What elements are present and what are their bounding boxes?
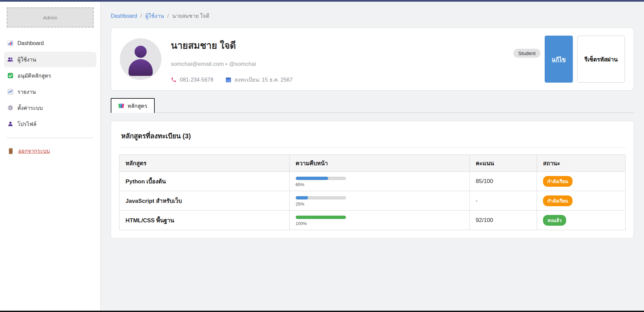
course-name-cell: HTML/CSS พื้นฐาน — [119, 211, 290, 230]
column-status: สถานะ — [537, 155, 626, 172]
profile-contacts: 081-234-5678 ลงทะเบียน: 15 ธ.ค. 2567 — [171, 76, 504, 84]
profile-card: นายสมชาย ใจดี somchai@email.com • @somch… — [111, 28, 634, 91]
progress-bar — [296, 196, 346, 199]
sidebar-item-users[interactable]: ผู้ใช้งาน — [4, 52, 96, 67]
tab-courses[interactable]: หลักสูตร — [111, 98, 155, 113]
progress-label: 25% — [296, 202, 463, 207]
phone-number: 081-234-5678 — [180, 77, 213, 83]
progress-cell: 25% — [289, 191, 469, 211]
sidebar-item-approve-courses[interactable]: อนุมัติหลักสูตร — [4, 68, 96, 83]
phone-contact: 081-234-5678 — [171, 77, 213, 83]
table-row: JavaScript สำหรับเว็บ 25% - กำลังเรียน — [119, 191, 626, 211]
table-row: Python เบื้องต้น 65% 85/100 กำลังเรียน — [119, 172, 626, 191]
sidebar-item-reports[interactable]: รายงาน — [4, 84, 96, 99]
role-badge: Student — [513, 49, 540, 58]
sidebar-nav: Dashboard ผู้ใช้งาน อนุมัติหลักสูตร รายง… — [0, 36, 100, 132]
admin-logo-label: Admin — [43, 15, 57, 20]
progress-cell: 65% — [289, 172, 469, 191]
main-content: Dashboard / ผู้ใช้งาน / นายสมชาย ใจดี นา… — [101, 2, 644, 311]
sidebar-item-settings[interactable]: ตั้งค่าระบบ — [4, 100, 96, 116]
breadcrumb: Dashboard / ผู้ใช้งาน / นายสมชาย ใจดี — [111, 12, 634, 20]
column-score: คะแนน — [469, 155, 537, 172]
phone-icon — [171, 77, 177, 83]
sidebar-divider — [7, 138, 94, 138]
registered-date: ลงทะเบียน: 15 ธ.ค. 2567 — [235, 76, 293, 84]
progress-bar-fill — [296, 196, 308, 199]
course-name-cell: Python เบื้องต้น — [119, 172, 290, 191]
avatar-silhouette-body — [129, 59, 153, 76]
status-badge: จบแล้ว — [543, 215, 566, 226]
avatar — [120, 38, 161, 80]
column-course: หลักสูตร — [119, 155, 290, 172]
status-badge: กำลังเรียน — [543, 195, 573, 206]
score-cell: 85/100 — [469, 172, 537, 191]
progress-label: 65% — [296, 182, 463, 187]
users-icon — [7, 56, 13, 62]
course-name-cell: JavaScript สำหรับเว็บ — [119, 191, 290, 211]
profile-actions: Student แก้ไข รีเซ็ตรหัสผ่าน — [513, 36, 625, 83]
tab-courses-label: หลักสูตร — [128, 102, 147, 110]
logout-icon — [8, 148, 14, 154]
bottom-edge-bar — [0, 311, 644, 312]
approve-icon — [7, 73, 13, 79]
avatar-silhouette-head — [135, 46, 147, 58]
progress-cell: 100% — [289, 211, 469, 230]
reset-password-button[interactable]: รีเซ็ตรหัสผ่าน — [577, 36, 625, 83]
score-cell: - — [469, 191, 537, 211]
profile-email: somchai@email.com • @somchai — [171, 61, 504, 68]
calendar-icon — [226, 77, 232, 83]
courses-title: หลักสูตรที่ลงทะเบียน (3) — [119, 129, 626, 148]
edit-button[interactable]: แก้ไข — [545, 36, 573, 83]
status-cell: กำลังเรียน — [537, 172, 626, 191]
logout-label: ออกจากระบบ — [18, 147, 50, 155]
profile-name: นายสมชาย ใจดี — [171, 38, 504, 53]
table-header-row: หลักสูตร ความคืบหน้า คะแนน สถานะ — [119, 155, 626, 172]
books-icon — [118, 103, 124, 109]
score-cell: 92/100 — [469, 211, 537, 230]
progress-bar — [296, 177, 346, 180]
breadcrumb-separator: / — [140, 13, 142, 19]
status-badge: กำลังเรียน — [543, 176, 573, 187]
breadcrumb-current: นายสมชาย ใจดี — [172, 12, 209, 20]
sidebar-item-dashboard[interactable]: Dashboard — [4, 36, 96, 51]
status-cell: จบแล้ว — [537, 211, 626, 230]
registered-contact: ลงทะเบียน: 15 ธ.ค. 2567 — [226, 76, 293, 84]
app-window: Admin Dashboard ผู้ใช้งาน อนุมัติหลักสูต… — [0, 2, 644, 311]
breadcrumb-dashboard-link[interactable]: Dashboard — [111, 13, 137, 19]
courses-card: หลักสูตรที่ลงทะเบียน (3) หลักสูตร ความคื… — [111, 121, 634, 238]
breadcrumb-users-link[interactable]: ผู้ใช้งาน — [145, 12, 164, 20]
admin-logo: Admin — [7, 7, 94, 28]
table-row: HTML/CSS พื้นฐาน 100% 92/100 จบแล้ว — [119, 211, 626, 230]
settings-icon — [7, 105, 13, 111]
progress-bar-fill — [296, 177, 329, 180]
tab-bar: หลักสูตร — [111, 98, 634, 113]
profile-icon — [7, 121, 13, 127]
sidebar: Admin Dashboard ผู้ใช้งาน อนุมัติหลักสูต… — [0, 2, 101, 311]
profile-info: นายสมชาย ใจดี somchai@email.com • @somch… — [171, 35, 504, 84]
status-cell: กำลังเรียน — [537, 191, 626, 211]
progress-bar — [296, 216, 346, 219]
dashboard-icon — [7, 40, 13, 46]
report-icon — [7, 89, 13, 95]
column-progress: ความคืบหน้า — [289, 155, 469, 172]
sidebar-item-profile[interactable]: โปรไฟล์ — [4, 116, 96, 132]
courses-table: หลักสูตร ความคืบหน้า คะแนน สถานะ Python … — [119, 154, 626, 230]
progress-bar-fill — [296, 216, 346, 219]
progress-label: 100% — [296, 221, 463, 226]
logout-link[interactable]: ออกจากระบบ — [8, 147, 92, 155]
breadcrumb-separator: / — [167, 13, 169, 19]
